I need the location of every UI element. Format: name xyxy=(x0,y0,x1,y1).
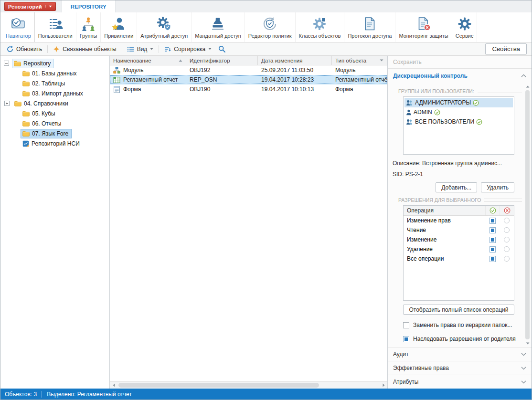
properties-button[interactable]: Свойства xyxy=(485,43,527,54)
section-effective-rights[interactable]: Эффективные права xyxy=(388,361,532,375)
principal-buttons: Добавить... Удалить xyxy=(403,182,514,192)
ribbon-item-label: Мандатный доступ xyxy=(195,33,241,39)
document-icon xyxy=(362,16,377,32)
allowed-check-icon xyxy=(476,119,482,125)
refresh-label: Обновить xyxy=(16,46,42,53)
deny-checkbox[interactable] xyxy=(504,227,510,233)
deny-checkbox[interactable] xyxy=(504,246,510,252)
refresh-icon xyxy=(7,46,13,53)
filter-caret-icon[interactable] xyxy=(380,59,383,62)
tree-item-tables[interactable]: 02. Таблицы xyxy=(0,78,109,88)
permission-row-delete: Удаление xyxy=(404,244,514,254)
object-modified: 19.04.2017 10:28:23 xyxy=(261,76,314,83)
ribbon-item-mandate-access[interactable]: Мандатный доступ xyxy=(192,12,245,42)
search-icon xyxy=(218,45,225,53)
principal-all-users[interactable]: ВСЕ ПОЛЬЗОВАТЕЛИ xyxy=(404,117,513,126)
section-title: Дискреционный контроль xyxy=(393,73,468,79)
tree-item-fore-language[interactable]: 07. Язык Fore xyxy=(0,128,109,138)
add-principal-button[interactable]: Добавить... xyxy=(436,182,477,192)
tab-strip: Репозиторий REPOSITORY xyxy=(0,0,532,12)
tree-item-label: 02. Таблицы xyxy=(32,80,65,87)
tree-item-nsi-repository[interactable]: Репозиторий НСИ xyxy=(0,138,109,148)
expand-expander-icon[interactable] xyxy=(4,101,10,106)
table-row-module[interactable]: Модуль OBJ192 25.09.2017 11:03:50 Модуль xyxy=(110,65,387,75)
ribbon-item-label: Пользователи xyxy=(38,33,73,39)
principal-admin[interactable]: ADMIN xyxy=(404,107,513,117)
vertical-scrollbar[interactable] xyxy=(524,84,531,346)
section-attributes[interactable]: Атрибуты xyxy=(388,375,532,389)
scrollbar-thumb[interactable] xyxy=(525,90,530,339)
allow-checkbox[interactable] xyxy=(489,218,496,224)
section-title: Аудит xyxy=(393,351,409,358)
inherit-permissions-checkbox-row[interactable]: Наследовать разрешения от родителя xyxy=(403,336,522,342)
column-header-identifier[interactable]: Идентификатор xyxy=(186,56,258,65)
ribbon-item-navigator[interactable]: Навигатор xyxy=(2,12,35,42)
tab-repository[interactable]: REPOSITORY xyxy=(62,0,116,12)
sort-icon xyxy=(164,46,171,52)
ribbon-item-object-classes[interactable]: Классы объектов xyxy=(296,12,345,42)
ribbon-item-security-monitoring[interactable]: Мониторинг защиты xyxy=(395,12,452,42)
ribbon-item-privileges[interactable]: Привилегии xyxy=(101,12,137,42)
tree-item-label: 04. Справочники xyxy=(24,100,68,107)
allow-checkbox[interactable] xyxy=(489,256,496,262)
view-dropdown-button[interactable]: Вид xyxy=(124,44,157,54)
related-objects-button[interactable]: Связанные объекты xyxy=(50,44,119,54)
table-row-regulated-report[interactable]: Регламентный отчет REP_OSN 19.04.2017 10… xyxy=(110,75,387,84)
column-header-object-type[interactable]: Тип объекта xyxy=(332,56,387,65)
ribbon-item-groups[interactable]: Группы xyxy=(76,12,101,42)
tree-item-label: 07. Язык Fore xyxy=(32,130,68,137)
grid-header: Наименование Идентификатор Дата изменени… xyxy=(110,56,387,65)
tree-item-cubes[interactable]: 05. Кубы xyxy=(0,108,109,118)
column-header-modified[interactable]: Дата изменения xyxy=(258,56,332,65)
save-button[interactable]: Сохранить xyxy=(393,59,422,65)
tree-item-reports[interactable]: 06. Отчеты xyxy=(0,118,109,128)
tree-item-dictionaries[interactable]: 04. Справочники xyxy=(0,98,109,108)
toolbar-separator xyxy=(159,45,159,53)
delete-principal-button[interactable]: Удалить xyxy=(481,182,514,192)
scroll-left-icon[interactable] xyxy=(110,382,117,389)
tree-item-data-import[interactable]: 03. Импорт данных xyxy=(0,88,109,98)
tree-item-repository[interactable]: Repository xyxy=(0,58,109,68)
repository-menu-button[interactable]: Репозиторий xyxy=(4,2,56,11)
replace-rights-checkbox-row[interactable]: Заменить права по иерархии папок... xyxy=(403,322,522,328)
column-header-label: Тип объекта xyxy=(335,58,366,63)
section-discretionary-control[interactable]: Дискреционный контроль xyxy=(388,69,532,83)
allow-checkbox[interactable] xyxy=(489,237,496,243)
column-header-name[interactable]: Наименование xyxy=(110,56,186,65)
principal-list[interactable]: АДМИНИСТРАТОРЫ ADMIN xyxy=(403,96,514,155)
chevron-down-icon xyxy=(521,367,526,370)
permissions-table: Операция Изменение прав xyxy=(403,205,514,301)
replace-rights-checkbox[interactable] xyxy=(403,322,409,328)
ribbon-item-attribute-access[interactable]: Атрибутный доступ xyxy=(137,12,192,42)
scroll-right-icon[interactable] xyxy=(380,382,387,389)
scroll-up-icon[interactable] xyxy=(526,84,530,89)
section-audit[interactable]: Аудит xyxy=(388,347,532,361)
table-row-form[interactable]: Форма OBJ190 19.04.2017 10:10:13 Форма xyxy=(110,84,387,94)
allow-checkbox[interactable] xyxy=(489,227,496,233)
user-icon xyxy=(406,109,412,116)
principal-administrators[interactable]: АДМИНИСТРАТОРЫ xyxy=(404,98,513,107)
ribbon-item-service[interactable]: Сервис xyxy=(452,12,478,42)
deny-checkbox[interactable] xyxy=(504,237,510,242)
deny-checkbox[interactable] xyxy=(504,218,510,223)
tree-item-databases[interactable]: 01. Базы данных xyxy=(0,68,109,78)
scroll-down-icon[interactable] xyxy=(526,340,530,346)
horizontal-scrollbar[interactable] xyxy=(110,381,387,389)
allow-checkbox[interactable] xyxy=(489,246,496,253)
object-toolbar: Обновить Связанные объекты Вид xyxy=(0,42,532,56)
dropdown-caret-icon xyxy=(150,48,153,50)
deny-checkbox[interactable] xyxy=(504,256,510,262)
scrollbar-thumb[interactable] xyxy=(118,383,319,388)
search-button[interactable] xyxy=(215,44,229,54)
refresh-button[interactable]: Обновить xyxy=(3,44,45,54)
collapse-expander-icon[interactable] xyxy=(4,61,9,66)
inherit-permissions-label: Наследовать разрешения от родителя xyxy=(413,336,516,342)
section-title: Атрибуты xyxy=(393,379,418,385)
inherit-permissions-checkbox[interactable] xyxy=(403,336,409,342)
ribbon-item-policy-editor[interactable]: Редактор политик xyxy=(245,12,296,42)
sort-dropdown-button[interactable]: Сортировка xyxy=(161,44,215,54)
tree-item-label: Repository xyxy=(23,60,51,67)
show-full-operation-list-button[interactable]: Отобразить полный список операций xyxy=(403,305,514,315)
ribbon-item-users[interactable]: Пользователи xyxy=(35,12,76,42)
ribbon-item-access-log[interactable]: Протокол доступа xyxy=(344,12,395,42)
